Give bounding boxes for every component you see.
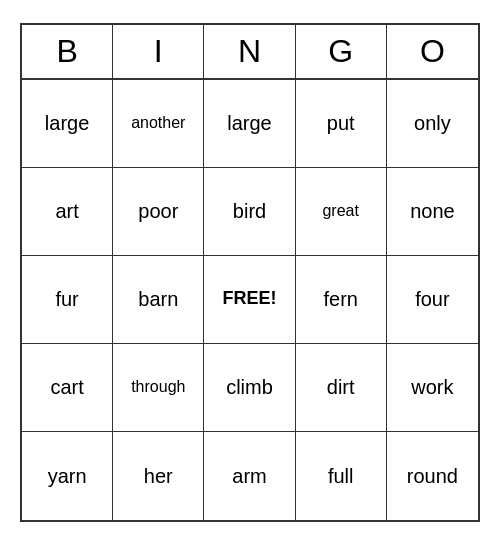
bingo-header: BINGO: [22, 25, 478, 80]
bingo-cell-2-3: fern: [296, 256, 387, 344]
bingo-card: BINGO largeanotherlargeputonlyartpoorbir…: [20, 23, 480, 522]
bingo-cell-text-0-2: large: [227, 111, 271, 135]
bingo-cell-4-0: yarn: [22, 432, 113, 520]
bingo-cell-text-1-4: none: [410, 199, 455, 223]
bingo-cell-1-3: great: [296, 168, 387, 256]
bingo-cell-text-2-1: barn: [138, 287, 178, 311]
bingo-cell-3-2: climb: [204, 344, 295, 432]
bingo-cell-4-1: her: [113, 432, 204, 520]
header-letter-I: I: [113, 25, 204, 78]
bingo-cell-text-4-4: round: [407, 464, 458, 488]
header-letter-N: N: [204, 25, 295, 78]
bingo-cell-text-2-4: four: [415, 287, 449, 311]
bingo-cell-2-0: fur: [22, 256, 113, 344]
bingo-cell-0-2: large: [204, 80, 295, 168]
bingo-cell-text-4-3: full: [328, 464, 354, 488]
bingo-cell-1-0: art: [22, 168, 113, 256]
bingo-cell-1-1: poor: [113, 168, 204, 256]
bingo-cell-text-0-4: only: [414, 111, 451, 135]
bingo-cell-text-1-1: poor: [138, 199, 178, 223]
bingo-cell-text-4-1: her: [144, 464, 173, 488]
bingo-cell-text-1-0: art: [55, 199, 78, 223]
bingo-grid: largeanotherlargeputonlyartpoorbirdgreat…: [22, 80, 478, 520]
bingo-cell-2-4: four: [387, 256, 478, 344]
bingo-cell-text-3-4: work: [411, 375, 453, 399]
bingo-cell-0-3: put: [296, 80, 387, 168]
bingo-cell-4-2: arm: [204, 432, 295, 520]
bingo-cell-text-1-3: great: [322, 201, 358, 220]
bingo-cell-text-0-1: another: [131, 113, 185, 132]
bingo-cell-text-2-3: fern: [323, 287, 357, 311]
bingo-cell-2-2: FREE!: [204, 256, 295, 344]
bingo-cell-text-4-2: arm: [232, 464, 266, 488]
bingo-cell-text-3-1: through: [131, 377, 185, 396]
bingo-cell-3-4: work: [387, 344, 478, 432]
bingo-cell-text-2-2: FREE!: [222, 288, 276, 310]
bingo-cell-text-3-2: climb: [226, 375, 273, 399]
bingo-cell-text-2-0: fur: [55, 287, 78, 311]
header-letter-B: B: [22, 25, 113, 78]
bingo-cell-0-1: another: [113, 80, 204, 168]
bingo-cell-4-3: full: [296, 432, 387, 520]
bingo-cell-3-3: dirt: [296, 344, 387, 432]
bingo-cell-4-4: round: [387, 432, 478, 520]
bingo-cell-0-4: only: [387, 80, 478, 168]
bingo-cell-0-0: large: [22, 80, 113, 168]
bingo-cell-text-3-3: dirt: [327, 375, 355, 399]
bingo-cell-text-3-0: cart: [50, 375, 83, 399]
bingo-cell-1-2: bird: [204, 168, 295, 256]
bingo-cell-3-0: cart: [22, 344, 113, 432]
header-letter-O: O: [387, 25, 478, 78]
bingo-cell-text-0-3: put: [327, 111, 355, 135]
header-letter-G: G: [296, 25, 387, 78]
bingo-cell-text-4-0: yarn: [48, 464, 87, 488]
bingo-cell-2-1: barn: [113, 256, 204, 344]
bingo-cell-text-1-2: bird: [233, 199, 266, 223]
bingo-cell-1-4: none: [387, 168, 478, 256]
bingo-cell-text-0-0: large: [45, 111, 89, 135]
bingo-cell-3-1: through: [113, 344, 204, 432]
